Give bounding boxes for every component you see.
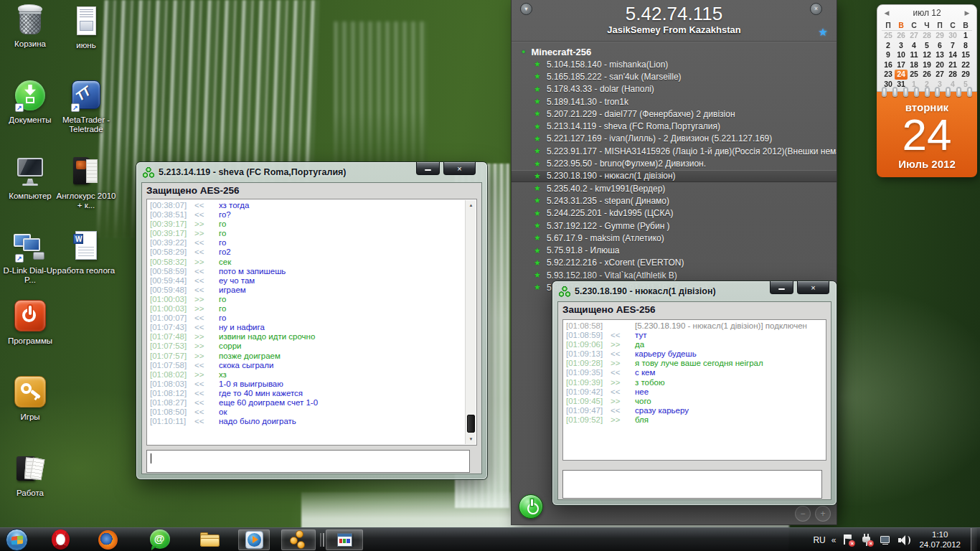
calendar-day[interactable]: 6 bbox=[933, 41, 946, 51]
server-row[interactable]: ★5.92.212.216 - xCorent (EVERTON) bbox=[512, 257, 837, 269]
minimize-button[interactable] bbox=[416, 162, 440, 175]
language-indicator[interactable]: RU bbox=[813, 535, 825, 545]
tray-overflow-chevron[interactable]: « bbox=[831, 535, 837, 545]
server-row[interactable]: ★5.223.91.177 - MISHA31415926 (Лаціо 1-й… bbox=[512, 145, 837, 157]
calendar-day[interactable]: 10 bbox=[895, 50, 908, 60]
desktop-icon-june-document[interactable]: июнь bbox=[56, 4, 116, 50]
calendar-day[interactable]: 25 bbox=[908, 70, 920, 80]
scroll-up-icon[interactable]: ▲ bbox=[466, 200, 476, 210]
calendar-day[interactable]: 29 bbox=[959, 70, 972, 80]
calendar-day[interactable]: 23 bbox=[882, 70, 895, 80]
taskbar-explorer-button[interactable] bbox=[195, 528, 224, 551]
chat2-message-input[interactable] bbox=[562, 470, 822, 499]
server-row[interactable]: ★5.178.43.33 - dolar (Наполі) bbox=[512, 83, 837, 95]
calendar-day[interactable]: 13 bbox=[933, 50, 946, 60]
calendar-day[interactable]: 11 bbox=[908, 50, 920, 60]
server-row[interactable]: ★5.243.31.235 - stepan( Динамо) bbox=[512, 194, 837, 207]
scrollbar-thumb[interactable] bbox=[467, 415, 475, 433]
server-row[interactable]: ★5.37.192.122 - Gymme (Рубин ) bbox=[512, 220, 837, 232]
server-row[interactable]: ★5.213.14.119 - sheva (FC Roma,Португали… bbox=[512, 120, 837, 132]
taskbar-chat-app-button[interactable] bbox=[281, 529, 316, 550]
calendar-day[interactable]: 21 bbox=[946, 60, 959, 70]
calendar-day[interactable]: 25 bbox=[882, 31, 895, 41]
calendar-day[interactable]: 28 bbox=[946, 70, 959, 80]
calendar-day[interactable]: 30 bbox=[946, 31, 959, 41]
chat1-message-input[interactable] bbox=[146, 450, 470, 473]
server-row[interactable]: ★5.221.127.169 - ivan(Лилль) - 2 Дивизио… bbox=[512, 133, 837, 145]
taskbar-app-group-button[interactable] bbox=[326, 529, 363, 550]
close-button[interactable]: × bbox=[443, 162, 476, 175]
desktop-icon-games-key[interactable]: Игры bbox=[0, 376, 60, 422]
desktop-icon-work-folder[interactable]: Работа bbox=[0, 452, 60, 498]
server-row[interactable]: ★5.189.141.30 - tron1k bbox=[512, 95, 837, 108]
volume-icon[interactable] bbox=[897, 534, 910, 547]
calendar-day[interactable]: 26 bbox=[895, 31, 908, 41]
calendar-day[interactable]: 14 bbox=[946, 50, 959, 60]
calendar-day[interactable]: 27 bbox=[908, 31, 920, 41]
calendar-day[interactable]: 9 bbox=[882, 50, 895, 60]
calendar-day[interactable]: 22 bbox=[959, 60, 972, 70]
calendar-day[interactable]: 27 bbox=[933, 70, 946, 80]
scroll-down-icon[interactable]: ▼ bbox=[466, 434, 476, 444]
calendar-day[interactable]: 20 bbox=[933, 60, 946, 70]
taskbar-opera-button[interactable] bbox=[47, 528, 73, 551]
desktop-icon-word-document[interactable]: Wработа геолога bbox=[56, 230, 116, 276]
server-row[interactable]: ★5.67.17.9 - maksim (Атлетико) bbox=[512, 232, 837, 244]
calendar-day[interactable]: 15 bbox=[959, 50, 972, 60]
power-plug-error-icon[interactable]: × bbox=[860, 534, 873, 547]
desktop-icon-computer[interactable]: Компьютер bbox=[0, 155, 60, 201]
panel-close-button[interactable]: × bbox=[810, 3, 822, 15]
taskbar-media-player-button[interactable] bbox=[238, 529, 270, 550]
calendar-day[interactable]: 29 bbox=[933, 31, 946, 41]
calendar-day[interactable]: 17 bbox=[895, 60, 908, 70]
calendar-day[interactable]: 12 bbox=[920, 50, 933, 60]
server-row[interactable]: ★5.104.158.140 - mishanka(Lion) bbox=[512, 58, 837, 70]
server-row[interactable]: ★5.230.18.190 - нюкасл(1 дівізіон) bbox=[512, 170, 837, 182]
chat2-titlebar[interactable]: 5.230.18.190 - нюкасл(1 дівізіон) × bbox=[552, 281, 837, 301]
calendar-day[interactable]: 3 bbox=[895, 41, 908, 51]
favorite-star-icon[interactable]: ★ bbox=[819, 26, 828, 39]
panel-extra-button[interactable]: − bbox=[795, 506, 811, 522]
taskbar-mailru-agent-button[interactable]: @ bbox=[145, 528, 174, 551]
server-row[interactable]: ★5.244.225.201 - kdv1995 (ЦСКА) bbox=[512, 207, 837, 220]
panel-extra-button[interactable]: + bbox=[815, 506, 831, 522]
calendar-prev-button[interactable]: ◀ bbox=[882, 9, 892, 17]
server-row[interactable]: ★5.207.21.229 - daiel777 (Фенербахче) 2 … bbox=[512, 108, 837, 120]
desktop-icon-programs-power[interactable]: Программы bbox=[0, 300, 60, 346]
server-row[interactable]: ★5.93.152.180 - Vital`ka(Atlhletik B) bbox=[512, 269, 837, 281]
calendar-day[interactable]: 16 bbox=[882, 60, 895, 70]
panel-collapse-button[interactable]: ▾ bbox=[520, 3, 532, 15]
chat2-messages[interactable]: [01:08:58][5.230.18.190 - нюкасл(1 дівіз… bbox=[562, 319, 826, 461]
calendar-day[interactable]: 19 bbox=[920, 60, 933, 70]
clock[interactable]: 1:10 24.07.2012 bbox=[916, 530, 963, 550]
desktop-icon-dialup-network[interactable]: ↗D-Link Dial-Up P... bbox=[0, 230, 60, 285]
taskbar-firefox-button[interactable] bbox=[95, 528, 121, 551]
power-button[interactable] bbox=[519, 494, 543, 519]
desktop-icon-metatrader[interactable]: TT↗MetaTrader - Teletrade bbox=[56, 79, 116, 134]
calendar-day[interactable]: 26 bbox=[920, 70, 933, 80]
server-row[interactable]: ★5.235.40.2 - kmv1991(Вердер) bbox=[512, 182, 837, 194]
desktop-icon-recycle-bin[interactable]: Корзина bbox=[0, 3, 60, 49]
taskbar-start-button[interactable] bbox=[4, 528, 29, 551]
server-row[interactable]: ★5.223.95.50 - bruno(Фулхем)2 Дивизион. bbox=[512, 157, 837, 169]
minimize-button[interactable] bbox=[770, 281, 793, 294]
close-button[interactable]: × bbox=[797, 281, 829, 294]
calendar-day[interactable]: 1 bbox=[959, 31, 972, 41]
show-desktop-button[interactable] bbox=[971, 528, 977, 551]
calendar-day[interactable]: 24 bbox=[895, 70, 908, 80]
chat1-scrollbar[interactable]: ▲ ▼ bbox=[465, 200, 476, 444]
network-icon[interactable] bbox=[879, 534, 892, 547]
calendar-day[interactable]: 7 bbox=[946, 41, 959, 51]
server-row[interactable]: ★5.75.91.8 - Илюша bbox=[512, 244, 837, 256]
calendar-day[interactable]: 2 bbox=[882, 41, 895, 51]
action-center-flag-icon[interactable]: × bbox=[842, 534, 854, 547]
calendar-day[interactable]: 4 bbox=[908, 41, 920, 51]
calendar-day[interactable]: 28 bbox=[920, 31, 933, 41]
chat1-titlebar[interactable]: 5.213.14.119 - sheva (FC Roma,Португалия… bbox=[136, 162, 487, 182]
calendar-day[interactable]: 5 bbox=[920, 41, 933, 51]
server-group-row[interactable]: ● Minecraft-256 bbox=[512, 45, 837, 58]
server-row[interactable]: ★5.165.185.222 - san'4uk (Marseille) bbox=[512, 70, 837, 83]
calendar-day[interactable]: 8 bbox=[959, 41, 972, 51]
calendar-next-button[interactable]: ▶ bbox=[962, 9, 972, 17]
desktop-icon-english-course-box[interactable]: Англокурс 2010 + к... bbox=[56, 155, 116, 210]
